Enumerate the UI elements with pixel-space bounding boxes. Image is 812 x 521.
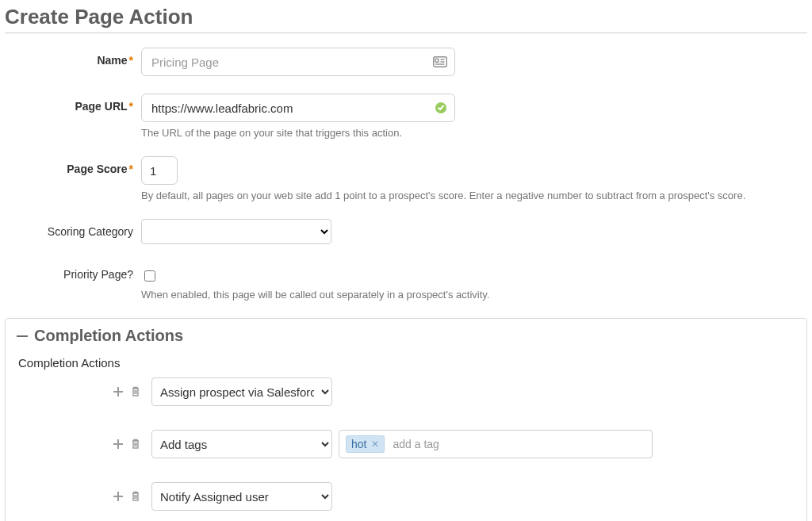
contact-card-icon [433,56,447,67]
label-page-score-text: Page Score [67,163,127,175]
scoring-category-select[interactable] [141,219,331,244]
title-divider [5,33,807,33]
tags-input[interactable]: hot ✕ [339,430,653,458]
add-action-icon[interactable] [112,438,124,450]
label-scoring-category: Scoring Category [5,219,141,238]
completion-action-row: Add tags hot ✕ [17,430,795,458]
tag-text-input[interactable] [391,437,645,451]
label-page-score: Page Score* [5,156,141,175]
svg-rect-7 [113,391,123,393]
svg-rect-15 [113,496,123,497]
completion-action-select[interactable]: Notify Assigned user [151,482,332,511]
required-asterisk: * [129,54,133,67]
page-url-input[interactable] [141,94,455,122]
row-scoring-category: Scoring Category [5,219,807,244]
row-priority-page: Priority Page? When enabled, this page w… [5,262,807,301]
required-asterisk: * [129,163,133,175]
tag-remove-icon[interactable]: ✕ [371,439,379,449]
completion-action-select[interactable]: Add tags [151,430,332,458]
tag-chip: hot ✕ [346,435,385,453]
add-action-icon[interactable] [112,385,124,398]
page-url-help: The URL of the page on your site that tr… [141,127,807,139]
completion-action-row: Notify Assigned user [17,482,795,511]
tag-chip-label: hot [351,438,366,450]
completion-actions-sublabel: Completion Actions [18,356,795,370]
page-score-input[interactable] [141,156,178,185]
priority-page-checkbox[interactable] [144,270,155,282]
row-name: Name* [5,48,807,76]
check-circle-icon [435,102,447,114]
completion-action-row: Assign prospect via Salesforce a [17,377,795,406]
delete-action-icon[interactable] [129,385,142,398]
label-priority-page: Priority Page? [5,262,141,281]
add-action-icon[interactable] [112,490,124,503]
page-score-help: By default, all pages on your web site a… [141,190,807,201]
collapse-icon [17,335,28,337]
completion-actions-title: Completion Actions [34,327,183,345]
name-input[interactable] [141,48,455,76]
label-name-text: Name [97,54,127,67]
row-page-score: Page Score* By default, all pages on you… [5,156,807,201]
row-page-url: Page URL* The URL of the page on your si… [5,94,807,139]
completion-actions-toggle[interactable]: Completion Actions [17,327,795,345]
priority-page-help: When enabled, this page will be called o… [141,289,807,301]
required-asterisk: * [129,100,133,113]
page-title: Create Page Action [5,5,807,29]
delete-action-icon[interactable] [129,490,142,503]
label-page-url: Page URL* [5,94,141,113]
delete-action-icon[interactable] [129,438,142,450]
svg-rect-1 [435,59,439,62]
label-name: Name* [5,48,141,67]
label-page-url-text: Page URL [75,100,127,113]
completion-action-select[interactable]: Assign prospect via Salesforce a [151,377,332,406]
svg-rect-11 [113,443,123,445]
completion-actions-panel: Completion Actions Completion Actions As… [5,318,807,521]
